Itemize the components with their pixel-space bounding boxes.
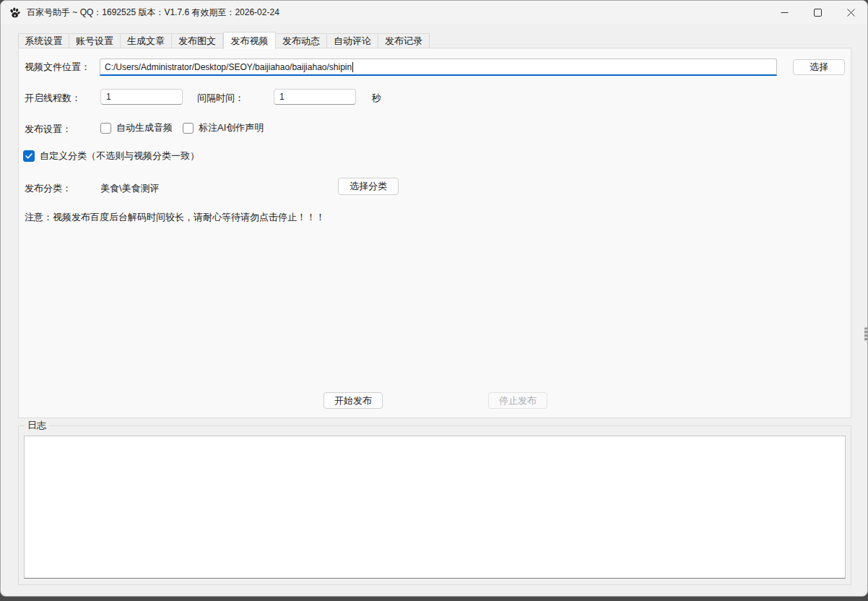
custom-category-label: 自定义分类（不选则与视频分类一致）: [40, 150, 199, 163]
tab-account-settings[interactable]: 账号设置: [69, 33, 121, 48]
auto-audio-label: 自动生成音频: [116, 121, 173, 134]
video-path-label: 视频文件位置：: [25, 61, 90, 73]
app-window: 百家号助手 ~ QQ：1692525 版本：V1.7.6 有效期至：2026-0…: [0, 0, 868, 597]
baidu-paw-icon: [9, 7, 21, 19]
notice-text: 注意：视频发布百度后台解码时间较长，请耐心等待请勿点击停止！！！: [25, 212, 325, 223]
checkbox-unchecked-icon: [183, 123, 194, 134]
ai-statement-label: 标注AI创作声明: [199, 121, 264, 134]
browse-button[interactable]: 选择: [793, 59, 845, 75]
publish-settings-label: 发布设置：: [25, 124, 71, 135]
custom-category-checkbox[interactable]: 自定义分类（不选则与视频分类一致）: [23, 150, 199, 163]
tab-generate-article[interactable]: 生成文章: [121, 33, 172, 48]
video-path-text: C:/Users/Administrator/Desktop/SEOY/baij…: [105, 62, 352, 72]
threads-label: 开启线程数：: [25, 92, 81, 104]
text-caret: [352, 62, 353, 72]
publish-video-panel: 视频文件位置： C:/Users/Administrator/Desktop/S…: [18, 48, 851, 418]
tab-strip: 系统设置 账号设置 生成文章 发布图文 发布视频 发布动态 自动评论 发布记录: [18, 32, 430, 48]
window-title: 百家号助手 ~ QQ：1692525 版本：V1.7.6 有效期至：2026-0…: [27, 7, 279, 19]
tab-system-settings[interactable]: 系统设置: [18, 33, 69, 48]
interval-label: 间隔时间：: [197, 92, 244, 104]
stop-publish-button[interactable]: 停止发布: [488, 392, 547, 409]
category-value: 美食\美食测评: [100, 183, 160, 194]
checkbox-unchecked-icon: [100, 123, 111, 134]
interval-unit-label: 秒: [372, 92, 381, 104]
interval-input[interactable]: [274, 89, 356, 105]
category-label: 发布分类：: [25, 183, 71, 194]
scrollbar-thumb[interactable]: [864, 327, 867, 342]
tab-publish-video[interactable]: 发布视频: [223, 32, 276, 49]
threads-input[interactable]: [100, 89, 183, 105]
tab-publish-record[interactable]: 发布记录: [378, 33, 430, 48]
maximize-icon[interactable]: [801, 1, 834, 24]
title-bar: 百家号助手 ~ QQ：1692525 版本：V1.7.6 有效期至：2026-0…: [1, 1, 867, 24]
tab-auto-comment[interactable]: 自动评论: [327, 33, 378, 48]
checkbox-checked-icon: [23, 150, 35, 162]
tab-publish-imagetext[interactable]: 发布图文: [172, 33, 223, 48]
close-icon[interactable]: [834, 1, 867, 24]
log-textarea[interactable]: [24, 436, 846, 579]
choose-category-button[interactable]: 选择分类: [338, 178, 399, 195]
auto-audio-checkbox[interactable]: 自动生成音频: [100, 121, 173, 134]
log-group-label: 日志: [25, 420, 49, 431]
start-publish-button[interactable]: 开始发布: [324, 392, 383, 409]
video-path-input[interactable]: C:/Users/Administrator/Desktop/SEOY/baij…: [100, 59, 777, 76]
minimize-icon[interactable]: [768, 1, 801, 24]
tab-publish-dynamic[interactable]: 发布动态: [276, 33, 327, 48]
ai-statement-checkbox[interactable]: 标注AI创作声明: [183, 121, 264, 134]
